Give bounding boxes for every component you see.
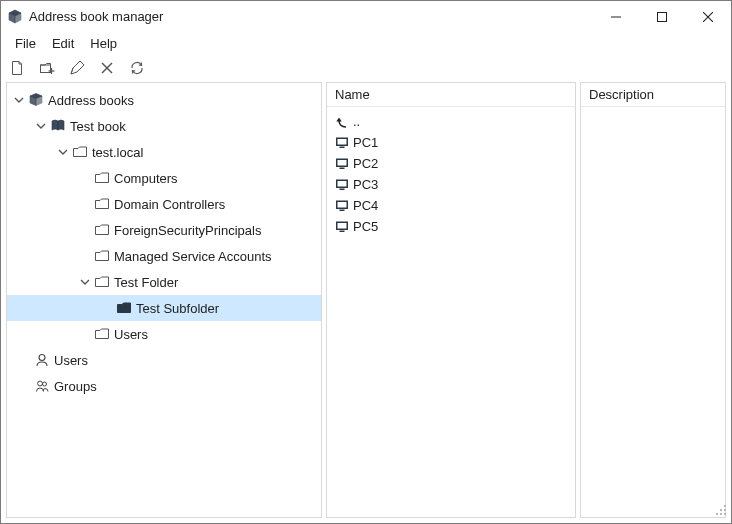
tree-node-foreign-security-principals[interactable]: ForeignSecurityPrincipals (7, 217, 321, 243)
tree-node-test-subfolder[interactable]: Test Subfolder (7, 295, 321, 321)
list-item[interactable]: PC1 (327, 132, 575, 153)
svg-point-11 (39, 355, 45, 361)
description-panel: Description (580, 82, 726, 518)
tree-node-users[interactable]: Users (7, 347, 321, 373)
app-icon (7, 9, 23, 25)
main-area: Address books Test book (1, 82, 731, 523)
folder-icon (115, 300, 133, 316)
titlebar: Address book manager (1, 1, 731, 32)
svg-rect-16 (340, 146, 345, 148)
svg-rect-29 (724, 505, 726, 507)
toolbar (1, 54, 731, 82)
menubar: File Edit Help (1, 32, 731, 54)
svg-point-13 (43, 382, 47, 386)
folder-icon (93, 326, 111, 342)
chevron-down-icon[interactable] (11, 95, 27, 105)
tree-node-label: Users (54, 353, 88, 368)
list-item-label: PC2 (353, 156, 378, 171)
computer-icon (333, 157, 351, 171)
tree-node-test-local[interactable]: test.local (7, 139, 321, 165)
svg-rect-33 (720, 513, 722, 515)
tree-panel: Address books Test book (6, 82, 322, 518)
new-folder-button[interactable] (37, 58, 57, 78)
tree-node-label: Test book (70, 119, 126, 134)
list-item[interactable]: PC3 (327, 174, 575, 195)
svg-rect-30 (720, 509, 722, 511)
maximize-button[interactable] (639, 1, 685, 32)
new-file-button[interactable] (7, 58, 27, 78)
window: Address book manager File Edit Help (0, 0, 732, 524)
column-header-name[interactable]: Name (327, 83, 575, 107)
list-item-label: PC4 (353, 198, 378, 213)
tree-node-label: Address books (48, 93, 134, 108)
svg-point-12 (38, 381, 43, 386)
menu-edit[interactable]: Edit (44, 34, 82, 53)
folder-icon (93, 222, 111, 238)
books-stack-icon (27, 92, 45, 108)
tree-node-label: Managed Service Accounts (114, 249, 272, 264)
svg-rect-32 (716, 513, 718, 515)
column-header-description[interactable]: Description (581, 83, 725, 107)
svg-rect-27 (338, 223, 347, 229)
folder-icon (71, 144, 89, 160)
folder-icon (93, 274, 111, 290)
close-button[interactable] (685, 1, 731, 32)
tree-node-label: Groups (54, 379, 97, 394)
svg-rect-28 (340, 230, 345, 232)
menu-file[interactable]: File (7, 34, 44, 53)
minimize-button[interactable] (593, 1, 639, 32)
computer-icon (333, 136, 351, 150)
list-item-label: PC5 (353, 219, 378, 234)
window-title: Address book manager (29, 9, 163, 24)
computer-icon (333, 199, 351, 213)
chevron-down-icon[interactable] (77, 277, 93, 287)
svg-rect-34 (724, 513, 726, 515)
tree-node-label: Test Subfolder (136, 301, 219, 316)
list-item[interactable]: PC4 (327, 195, 575, 216)
tree-node-label: Test Folder (114, 275, 178, 290)
folder-icon (93, 170, 111, 186)
up-arrow-icon (333, 115, 351, 129)
svg-rect-22 (340, 188, 345, 190)
list-body: .. PC1 PC2 (327, 107, 575, 237)
svg-rect-24 (338, 202, 347, 208)
tree-node-users-folder[interactable]: Users (7, 321, 321, 347)
refresh-button[interactable] (127, 58, 147, 78)
svg-rect-21 (338, 181, 347, 187)
svg-rect-15 (338, 139, 347, 145)
svg-rect-19 (340, 167, 345, 169)
chevron-down-icon[interactable] (33, 121, 49, 131)
tree-node-label: ForeignSecurityPrincipals (114, 223, 261, 238)
resize-grip-icer-icon[interactable] (715, 504, 728, 520)
list-item-label: PC3 (353, 177, 378, 192)
tree-node-managed-service-accounts[interactable]: Managed Service Accounts (7, 243, 321, 269)
svg-rect-25 (340, 209, 345, 211)
list-item-label: PC1 (353, 135, 378, 150)
group-icon (33, 378, 51, 394)
list-item-parent[interactable]: .. (327, 111, 575, 132)
tree-node-address-books[interactable]: Address books (7, 87, 321, 113)
svg-rect-1 (658, 12, 667, 21)
svg-rect-31 (724, 509, 726, 511)
tree-node-domain-controllers[interactable]: Domain Controllers (7, 191, 321, 217)
computer-icon (333, 220, 351, 234)
tree-node-test-book[interactable]: Test book (7, 113, 321, 139)
tree-body: Address books Test book (7, 83, 321, 399)
tree-node-label: Users (114, 327, 148, 342)
tree-node-computers[interactable]: Computers (7, 165, 321, 191)
chevron-down-icon[interactable] (55, 147, 71, 157)
list-item-label: .. (353, 114, 360, 129)
folder-icon (93, 196, 111, 212)
tree-node-groups[interactable]: Groups (7, 373, 321, 399)
folder-icon (93, 248, 111, 264)
edit-button[interactable] (67, 58, 87, 78)
tree-node-test-folder[interactable]: Test Folder (7, 269, 321, 295)
delete-button[interactable] (97, 58, 117, 78)
book-icon (49, 118, 67, 134)
tree-node-label: test.local (92, 145, 143, 160)
svg-rect-18 (338, 160, 347, 166)
list-item[interactable]: PC5 (327, 216, 575, 237)
menu-help[interactable]: Help (82, 34, 125, 53)
tree-node-label: Computers (114, 171, 178, 186)
list-item[interactable]: PC2 (327, 153, 575, 174)
